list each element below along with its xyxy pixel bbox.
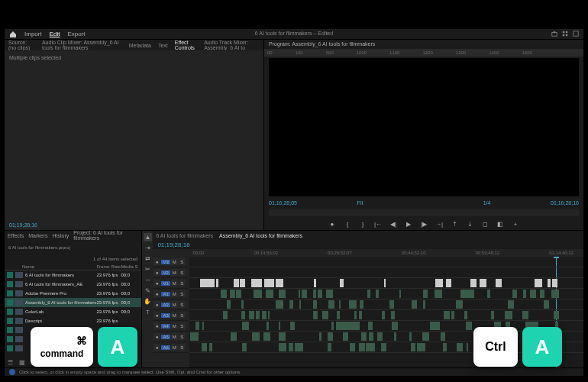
clip[interactable] — [299, 300, 301, 309]
track-label[interactable]: A6 — [161, 345, 170, 350]
clip[interactable] — [252, 332, 254, 341]
razor-tool-icon[interactable]: ✂ — [144, 265, 152, 274]
track-toggle[interactable]: ● — [153, 344, 160, 351]
clip[interactable] — [363, 343, 366, 351]
clip[interactable] — [469, 290, 475, 298]
mute-button[interactable]: M — [171, 312, 178, 319]
clip[interactable] — [554, 311, 559, 319]
track-label[interactable]: V1 — [161, 281, 170, 286]
row-checkbox[interactable] — [7, 318, 13, 324]
clip[interactable] — [489, 290, 490, 298]
solo-button[interactable]: S — [179, 322, 186, 329]
track-toggle[interactable]: ● — [153, 269, 160, 276]
clip[interactable] — [276, 300, 283, 309]
clip[interactable] — [319, 332, 321, 341]
tab-markers[interactable]: Markers — [28, 233, 47, 238]
clip[interactable] — [435, 290, 442, 298]
clip[interactable] — [242, 343, 247, 351]
clip[interactable] — [384, 279, 386, 287]
clip[interactable] — [302, 290, 307, 298]
clip[interactable] — [336, 322, 342, 330]
row-checkbox[interactable] — [7, 336, 13, 342]
track-toggle[interactable]: ● — [153, 301, 160, 308]
program-zoom[interactable]: 1/4 — [483, 200, 491, 206]
clip[interactable] — [266, 290, 273, 298]
workspace-icon[interactable] — [562, 31, 568, 37]
track-header-A1[interactable]: ●A1MS — [153, 289, 189, 299]
program-scrubber[interactable] — [269, 209, 579, 216]
clip[interactable] — [313, 311, 318, 319]
track-label[interactable]: A2 — [161, 303, 170, 307]
row-checkbox[interactable] — [7, 272, 13, 278]
clip[interactable] — [257, 290, 262, 298]
clip[interactable] — [548, 279, 551, 287]
slip-tool-icon[interactable]: ↔ — [144, 276, 152, 284]
mute-button[interactable]: M — [171, 269, 178, 276]
clip[interactable] — [314, 279, 316, 287]
track-header-A6[interactable]: ●A6MS — [153, 342, 189, 353]
clip[interactable] — [443, 343, 447, 351]
project-row[interactable]: Assembly_6 AI tools for filmmakers23.976… — [5, 298, 141, 307]
clip[interactable] — [350, 343, 355, 351]
track-header-A4[interactable]: ●A4MS — [153, 321, 189, 332]
step-back-button[interactable]: ◀| — [389, 220, 398, 228]
clip[interactable] — [370, 343, 375, 351]
settings-button[interactable]: + — [512, 220, 520, 228]
track-label[interactable]: V2 — [161, 270, 170, 275]
clip[interactable] — [459, 343, 463, 351]
comparison-button[interactable]: ◧ — [496, 220, 505, 228]
timeline-ruler[interactable]: 00;0000;14;56;0200;29;52;0700;44;52;1000… — [153, 249, 583, 257]
clip[interactable] — [409, 332, 412, 341]
clip[interactable] — [411, 343, 415, 351]
clip[interactable] — [467, 343, 468, 351]
clip[interactable] — [480, 279, 487, 287]
track-A1[interactable] — [189, 289, 583, 299]
clip[interactable] — [343, 332, 348, 341]
clip[interactable] — [202, 343, 207, 351]
source-timecode[interactable]: 01;19;28;16 — [9, 222, 37, 228]
clip[interactable] — [514, 290, 518, 298]
clip[interactable] — [435, 322, 440, 330]
clip[interactable] — [460, 290, 465, 298]
clip[interactable] — [368, 322, 373, 330]
clip[interactable] — [231, 332, 237, 341]
clip[interactable] — [344, 322, 349, 330]
clip[interactable] — [242, 322, 250, 330]
mute-button[interactable]: M — [171, 322, 178, 329]
clip[interactable] — [446, 279, 451, 287]
track-label[interactable]: V3 — [161, 260, 170, 264]
clip[interactable] — [202, 322, 204, 330]
clip[interactable] — [279, 332, 286, 341]
clip[interactable] — [264, 279, 272, 287]
clip[interactable] — [496, 279, 502, 287]
lift-button[interactable]: ⇡ — [451, 220, 459, 228]
clip[interactable] — [221, 290, 228, 298]
clip[interactable] — [268, 311, 270, 319]
clip[interactable] — [540, 290, 544, 298]
clip[interactable] — [240, 279, 244, 287]
clip[interactable] — [491, 311, 494, 319]
clip[interactable] — [412, 300, 417, 309]
clip[interactable] — [470, 279, 477, 287]
track-V2[interactable] — [189, 267, 583, 278]
track-toggle[interactable]: ● — [153, 312, 160, 319]
track-toggle[interactable]: ● — [153, 322, 160, 329]
export-frame-button[interactable]: ◻ — [481, 220, 489, 228]
track-toggle[interactable]: ● — [153, 290, 160, 297]
project-row[interactable]: ColorLab23.976 fps00;0 — [5, 307, 141, 316]
clip[interactable] — [279, 343, 286, 351]
clip[interactable] — [423, 300, 425, 309]
mute-button[interactable]: M — [171, 344, 178, 351]
clip[interactable] — [392, 322, 398, 330]
solo-button[interactable]: S — [179, 258, 186, 265]
clip[interactable] — [267, 322, 269, 330]
clip[interactable] — [263, 332, 270, 341]
clip[interactable] — [216, 279, 218, 287]
clip[interactable] — [289, 300, 293, 309]
track-label[interactable]: A3 — [161, 313, 170, 318]
solo-button[interactable]: S — [179, 280, 186, 286]
col-name[interactable]: Name — [22, 264, 96, 269]
clip[interactable] — [367, 290, 370, 298]
track-select-tool-icon[interactable]: ⇥ — [144, 244, 152, 252]
project-row[interactable]: 6 AI tools for filmmakers_AE23.976 fps00… — [5, 280, 141, 289]
